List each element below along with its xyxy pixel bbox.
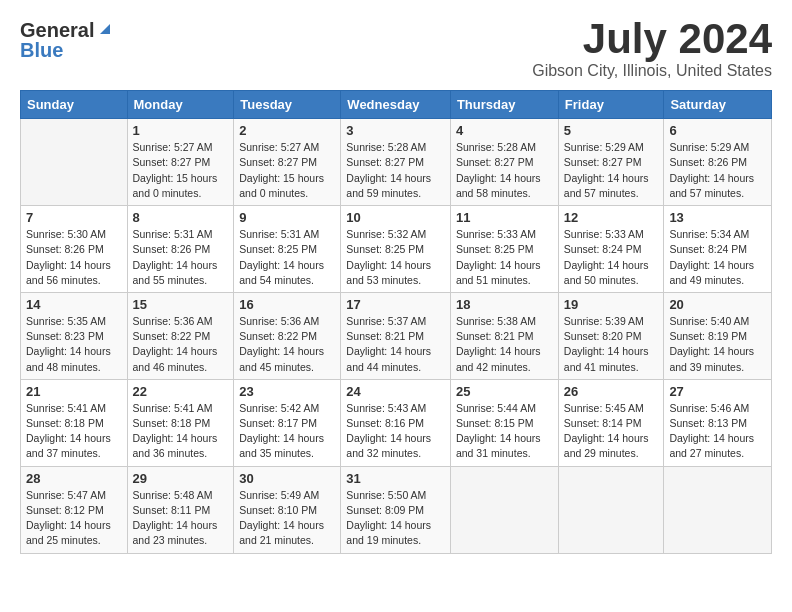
day-number: 24 <box>346 384 445 399</box>
calendar-cell: 19Sunrise: 5:39 AM Sunset: 8:20 PM Dayli… <box>558 292 664 379</box>
calendar-cell: 24Sunrise: 5:43 AM Sunset: 8:16 PM Dayli… <box>341 379 451 466</box>
calendar-cell: 3Sunrise: 5:28 AM Sunset: 8:27 PM Daylig… <box>341 119 451 206</box>
calendar-cell: 26Sunrise: 5:45 AM Sunset: 8:14 PM Dayli… <box>558 379 664 466</box>
calendar-header-row: SundayMondayTuesdayWednesdayThursdayFrid… <box>21 91 772 119</box>
day-info: Sunrise: 5:36 AM Sunset: 8:22 PM Dayligh… <box>239 314 335 375</box>
day-info: Sunrise: 5:49 AM Sunset: 8:10 PM Dayligh… <box>239 488 335 549</box>
calendar-cell: 6Sunrise: 5:29 AM Sunset: 8:26 PM Daylig… <box>664 119 772 206</box>
calendar-cell: 5Sunrise: 5:29 AM Sunset: 8:27 PM Daylig… <box>558 119 664 206</box>
calendar-cell: 14Sunrise: 5:35 AM Sunset: 8:23 PM Dayli… <box>21 292 128 379</box>
day-info: Sunrise: 5:28 AM Sunset: 8:27 PM Dayligh… <box>346 140 445 201</box>
day-info: Sunrise: 5:28 AM Sunset: 8:27 PM Dayligh… <box>456 140 553 201</box>
calendar-cell: 16Sunrise: 5:36 AM Sunset: 8:22 PM Dayli… <box>234 292 341 379</box>
calendar-cell: 29Sunrise: 5:48 AM Sunset: 8:11 PM Dayli… <box>127 466 234 553</box>
day-info: Sunrise: 5:47 AM Sunset: 8:12 PM Dayligh… <box>26 488 122 549</box>
day-number: 27 <box>669 384 766 399</box>
day-number: 17 <box>346 297 445 312</box>
day-info: Sunrise: 5:31 AM Sunset: 8:25 PM Dayligh… <box>239 227 335 288</box>
day-number: 11 <box>456 210 553 225</box>
calendar-header-tuesday: Tuesday <box>234 91 341 119</box>
calendar-header-wednesday: Wednesday <box>341 91 451 119</box>
day-number: 28 <box>26 471 122 486</box>
day-number: 23 <box>239 384 335 399</box>
title-area: July 2024 Gibson City, Illinois, United … <box>532 16 772 80</box>
calendar-header-sunday: Sunday <box>21 91 128 119</box>
day-number: 16 <box>239 297 335 312</box>
header: General Blue July 2024 Gibson City, Illi… <box>20 16 772 80</box>
calendar-cell: 4Sunrise: 5:28 AM Sunset: 8:27 PM Daylig… <box>450 119 558 206</box>
day-number: 19 <box>564 297 659 312</box>
day-number: 26 <box>564 384 659 399</box>
calendar-week-row: 1Sunrise: 5:27 AM Sunset: 8:27 PM Daylig… <box>21 119 772 206</box>
day-info: Sunrise: 5:38 AM Sunset: 8:21 PM Dayligh… <box>456 314 553 375</box>
day-info: Sunrise: 5:35 AM Sunset: 8:23 PM Dayligh… <box>26 314 122 375</box>
day-info: Sunrise: 5:33 AM Sunset: 8:25 PM Dayligh… <box>456 227 553 288</box>
day-info: Sunrise: 5:36 AM Sunset: 8:22 PM Dayligh… <box>133 314 229 375</box>
day-number: 13 <box>669 210 766 225</box>
day-number: 3 <box>346 123 445 138</box>
day-number: 31 <box>346 471 445 486</box>
svg-marker-0 <box>100 24 110 34</box>
calendar-cell: 2Sunrise: 5:27 AM Sunset: 8:27 PM Daylig… <box>234 119 341 206</box>
day-info: Sunrise: 5:30 AM Sunset: 8:26 PM Dayligh… <box>26 227 122 288</box>
day-info: Sunrise: 5:29 AM Sunset: 8:27 PM Dayligh… <box>564 140 659 201</box>
calendar-cell: 27Sunrise: 5:46 AM Sunset: 8:13 PM Dayli… <box>664 379 772 466</box>
logo: General Blue <box>20 20 114 60</box>
calendar-cell: 30Sunrise: 5:49 AM Sunset: 8:10 PM Dayli… <box>234 466 341 553</box>
day-number: 22 <box>133 384 229 399</box>
day-number: 20 <box>669 297 766 312</box>
main-title: July 2024 <box>532 16 772 62</box>
calendar-week-row: 21Sunrise: 5:41 AM Sunset: 8:18 PM Dayli… <box>21 379 772 466</box>
calendar-cell: 13Sunrise: 5:34 AM Sunset: 8:24 PM Dayli… <box>664 206 772 293</box>
logo-blue-text: Blue <box>20 40 63 60</box>
logo-triangle-icon <box>96 20 114 38</box>
day-number: 5 <box>564 123 659 138</box>
calendar-header-monday: Monday <box>127 91 234 119</box>
calendar-week-row: 28Sunrise: 5:47 AM Sunset: 8:12 PM Dayli… <box>21 466 772 553</box>
calendar-cell: 10Sunrise: 5:32 AM Sunset: 8:25 PM Dayli… <box>341 206 451 293</box>
day-info: Sunrise: 5:29 AM Sunset: 8:26 PM Dayligh… <box>669 140 766 201</box>
day-number: 12 <box>564 210 659 225</box>
day-info: Sunrise: 5:40 AM Sunset: 8:19 PM Dayligh… <box>669 314 766 375</box>
day-info: Sunrise: 5:41 AM Sunset: 8:18 PM Dayligh… <box>133 401 229 462</box>
calendar-cell: 20Sunrise: 5:40 AM Sunset: 8:19 PM Dayli… <box>664 292 772 379</box>
calendar-cell: 15Sunrise: 5:36 AM Sunset: 8:22 PM Dayli… <box>127 292 234 379</box>
calendar-cell: 7Sunrise: 5:30 AM Sunset: 8:26 PM Daylig… <box>21 206 128 293</box>
calendar-cell <box>21 119 128 206</box>
calendar-cell: 1Sunrise: 5:27 AM Sunset: 8:27 PM Daylig… <box>127 119 234 206</box>
calendar-cell: 22Sunrise: 5:41 AM Sunset: 8:18 PM Dayli… <box>127 379 234 466</box>
day-info: Sunrise: 5:50 AM Sunset: 8:09 PM Dayligh… <box>346 488 445 549</box>
day-info: Sunrise: 5:44 AM Sunset: 8:15 PM Dayligh… <box>456 401 553 462</box>
calendar-table: SundayMondayTuesdayWednesdayThursdayFrid… <box>20 90 772 553</box>
day-info: Sunrise: 5:43 AM Sunset: 8:16 PM Dayligh… <box>346 401 445 462</box>
calendar-header-thursday: Thursday <box>450 91 558 119</box>
calendar-cell: 17Sunrise: 5:37 AM Sunset: 8:21 PM Dayli… <box>341 292 451 379</box>
day-number: 29 <box>133 471 229 486</box>
calendar-cell <box>450 466 558 553</box>
day-number: 6 <box>669 123 766 138</box>
calendar-cell: 28Sunrise: 5:47 AM Sunset: 8:12 PM Dayli… <box>21 466 128 553</box>
day-number: 25 <box>456 384 553 399</box>
day-number: 8 <box>133 210 229 225</box>
day-info: Sunrise: 5:45 AM Sunset: 8:14 PM Dayligh… <box>564 401 659 462</box>
calendar-cell <box>664 466 772 553</box>
day-info: Sunrise: 5:39 AM Sunset: 8:20 PM Dayligh… <box>564 314 659 375</box>
day-number: 7 <box>26 210 122 225</box>
day-info: Sunrise: 5:48 AM Sunset: 8:11 PM Dayligh… <box>133 488 229 549</box>
calendar-week-row: 7Sunrise: 5:30 AM Sunset: 8:26 PM Daylig… <box>21 206 772 293</box>
day-info: Sunrise: 5:31 AM Sunset: 8:26 PM Dayligh… <box>133 227 229 288</box>
day-number: 30 <box>239 471 335 486</box>
day-info: Sunrise: 5:33 AM Sunset: 8:24 PM Dayligh… <box>564 227 659 288</box>
calendar-cell: 25Sunrise: 5:44 AM Sunset: 8:15 PM Dayli… <box>450 379 558 466</box>
calendar-header-friday: Friday <box>558 91 664 119</box>
day-info: Sunrise: 5:37 AM Sunset: 8:21 PM Dayligh… <box>346 314 445 375</box>
day-number: 2 <box>239 123 335 138</box>
day-info: Sunrise: 5:41 AM Sunset: 8:18 PM Dayligh… <box>26 401 122 462</box>
calendar-cell: 31Sunrise: 5:50 AM Sunset: 8:09 PM Dayli… <box>341 466 451 553</box>
day-number: 1 <box>133 123 229 138</box>
day-number: 9 <box>239 210 335 225</box>
subtitle: Gibson City, Illinois, United States <box>532 62 772 80</box>
day-info: Sunrise: 5:46 AM Sunset: 8:13 PM Dayligh… <box>669 401 766 462</box>
calendar-cell: 9Sunrise: 5:31 AM Sunset: 8:25 PM Daylig… <box>234 206 341 293</box>
calendar-cell <box>558 466 664 553</box>
